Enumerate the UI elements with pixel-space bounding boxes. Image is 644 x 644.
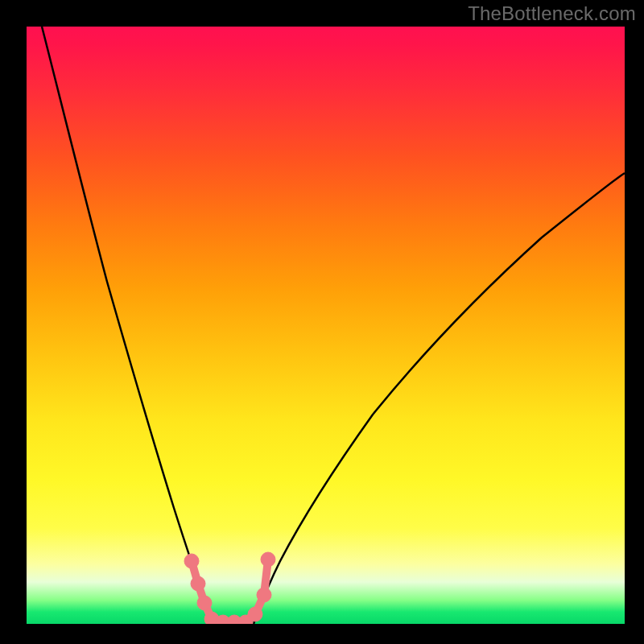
left-curve bbox=[42, 27, 213, 624]
svg-point-9 bbox=[261, 552, 275, 567]
curves-svg bbox=[27, 27, 625, 624]
svg-point-0 bbox=[184, 554, 199, 568]
svg-point-8 bbox=[257, 588, 271, 602]
svg-point-1 bbox=[191, 576, 205, 591]
chart-container: TheBottleneck.com bbox=[0, 0, 644, 644]
plot-area bbox=[27, 27, 625, 624]
watermark-text: TheBottleneck.com bbox=[468, 2, 636, 25]
svg-point-7 bbox=[248, 607, 262, 621]
svg-point-2 bbox=[197, 596, 212, 610]
marker-segment bbox=[184, 552, 275, 624]
right-curve bbox=[254, 173, 625, 624]
